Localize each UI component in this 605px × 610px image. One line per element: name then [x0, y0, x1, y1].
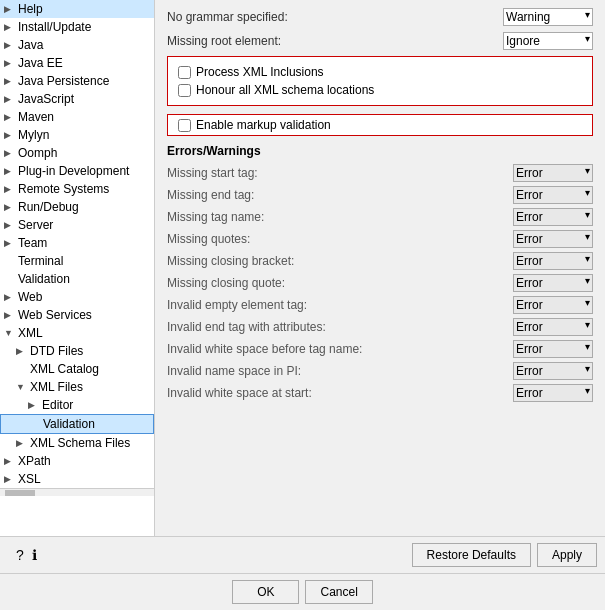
sidebar-item-web-services[interactable]: ▶Web Services	[0, 306, 154, 324]
error-select[interactable]: IgnoreWarningError	[513, 164, 593, 182]
error-select-wrapper[interactable]: IgnoreWarningError	[513, 164, 593, 182]
apply-button[interactable]: Apply	[537, 543, 597, 567]
arrow-icon: ▶	[4, 94, 18, 104]
error-row: Missing closing quote:IgnoreWarningError	[167, 274, 593, 292]
sidebar-item-run-debug[interactable]: ▶Run/Debug	[0, 198, 154, 216]
sidebar-item-remote-systems[interactable]: ▶Remote Systems	[0, 180, 154, 198]
bottom-left-icons: ? ℹ	[8, 541, 45, 569]
sidebar-item-xml-schema-files[interactable]: ▶XML Schema Files	[0, 434, 154, 452]
error-label: Invalid end tag with attributes:	[167, 320, 326, 334]
help-icon-button[interactable]: ?	[16, 547, 24, 563]
sidebar-item-oomph[interactable]: ▶Oomph	[0, 144, 154, 162]
arrow-icon: ▶	[4, 202, 18, 212]
sidebar-item-xml-files[interactable]: ▼XML Files	[0, 378, 154, 396]
error-select[interactable]: IgnoreWarningError	[513, 186, 593, 204]
error-select[interactable]: IgnoreWarningError	[513, 252, 593, 270]
arrow-icon: ▶	[4, 22, 18, 32]
sidebar-item-label: DTD Files	[30, 344, 83, 358]
error-select[interactable]: IgnoreWarningError	[513, 230, 593, 248]
sidebar-item-label: Maven	[18, 110, 54, 124]
sidebar-item-label: Team	[18, 236, 47, 250]
sidebar-item-xml[interactable]: ▼XML	[0, 324, 154, 342]
sidebar-item-mylyn[interactable]: ▶Mylyn	[0, 126, 154, 144]
sidebar-item-xml-catalog[interactable]: XML Catalog	[0, 360, 154, 378]
arrow-icon: ▶	[4, 166, 18, 176]
sidebar-item-label: Validation	[43, 417, 95, 431]
error-select-wrapper[interactable]: IgnoreWarningError	[513, 384, 593, 402]
arrow-icon: ▶	[16, 346, 30, 356]
arrow-icon: ▶	[4, 76, 18, 86]
error-row: Invalid white space at start:IgnoreWarni…	[167, 384, 593, 402]
sidebar: ▶Help▶Install/Update▶Java▶Java EE▶Java P…	[0, 0, 155, 536]
sidebar-item-javascript[interactable]: ▶JavaScript	[0, 90, 154, 108]
arrow-icon: ▶	[4, 184, 18, 194]
sidebar-item-label: Plug-in Development	[18, 164, 129, 178]
error-select-wrapper[interactable]: IgnoreWarningError	[513, 230, 593, 248]
error-select-wrapper[interactable]: IgnoreWarningError	[513, 318, 593, 336]
error-label: Invalid white space before tag name:	[167, 342, 362, 356]
sidebar-item-install-update[interactable]: ▶Install/Update	[0, 18, 154, 36]
arrow-icon: ▶	[4, 238, 18, 248]
main-area: ▶Help▶Install/Update▶Java▶Java EE▶Java P…	[0, 0, 605, 536]
sidebar-item-label: Oomph	[18, 146, 57, 160]
no-grammar-label: No grammar specified:	[167, 10, 288, 24]
info-icon-button[interactable]: ℹ	[32, 547, 37, 563]
sidebar-item-label: XPath	[18, 454, 51, 468]
arrow-icon: ▶	[4, 4, 18, 14]
cancel-button[interactable]: Cancel	[305, 580, 372, 604]
ok-button[interactable]: OK	[232, 580, 299, 604]
sidebar-item-help[interactable]: ▶Help	[0, 0, 154, 18]
sidebar-item-label: Java EE	[18, 56, 63, 70]
missing-root-select-wrapper[interactable]: Ignore Warning Error	[503, 32, 593, 50]
no-grammar-select[interactable]: Ignore Warning Error	[503, 8, 593, 26]
error-select[interactable]: IgnoreWarningError	[513, 340, 593, 358]
sidebar-item-label: Help	[18, 2, 43, 16]
error-select-wrapper[interactable]: IgnoreWarningError	[513, 362, 593, 380]
error-select-wrapper[interactable]: IgnoreWarningError	[513, 274, 593, 292]
error-select[interactable]: IgnoreWarningError	[513, 362, 593, 380]
sidebar-item-java-ee[interactable]: ▶Java EE	[0, 54, 154, 72]
error-select[interactable]: IgnoreWarningError	[513, 296, 593, 314]
error-label: Invalid name space in PI:	[167, 364, 301, 378]
sidebar-item-java[interactable]: ▶Java	[0, 36, 154, 54]
honour-checkbox[interactable]	[178, 84, 191, 97]
process-xml-checkbox[interactable]	[178, 66, 191, 79]
error-select[interactable]: IgnoreWarningError	[513, 274, 593, 292]
enable-markup-checkbox[interactable]	[178, 119, 191, 132]
error-select[interactable]: IgnoreWarningError	[513, 384, 593, 402]
sidebar-item-maven[interactable]: ▶Maven	[0, 108, 154, 126]
sidebar-item-xsl[interactable]: ▶XSL	[0, 470, 154, 488]
error-select-wrapper[interactable]: IgnoreWarningError	[513, 296, 593, 314]
sidebar-item-label: Server	[18, 218, 53, 232]
missing-root-row: Missing root element: Ignore Warning Err…	[167, 32, 593, 50]
error-select-wrapper[interactable]: IgnoreWarningError	[513, 340, 593, 358]
error-row: Invalid empty element tag:IgnoreWarningE…	[167, 296, 593, 314]
sidebar-item-validation-selected[interactable]: Validation	[0, 414, 154, 434]
sidebar-item-validation[interactable]: Validation	[0, 270, 154, 288]
sidebar-item-dtd-files[interactable]: ▶DTD Files	[0, 342, 154, 360]
sidebar-item-xpath[interactable]: ▶XPath	[0, 452, 154, 470]
sidebar-item-editor[interactable]: ▶Editor	[0, 396, 154, 414]
error-select[interactable]: IgnoreWarningError	[513, 318, 593, 336]
sidebar-item-java-persistence[interactable]: ▶Java Persistence	[0, 72, 154, 90]
bottom-bar: ? ℹ Restore Defaults Apply	[0, 536, 605, 573]
error-row: Invalid white space before tag name:Igno…	[167, 340, 593, 358]
sidebar-item-team[interactable]: ▶Team	[0, 234, 154, 252]
no-grammar-row: No grammar specified: Ignore Warning Err…	[167, 8, 593, 26]
error-select-wrapper[interactable]: IgnoreWarningError	[513, 186, 593, 204]
restore-defaults-button[interactable]: Restore Defaults	[412, 543, 531, 567]
no-grammar-select-wrapper[interactable]: Ignore Warning Error	[503, 8, 593, 26]
error-select-wrapper[interactable]: IgnoreWarningError	[513, 252, 593, 270]
sidebar-item-plugin-dev[interactable]: ▶Plug-in Development	[0, 162, 154, 180]
sidebar-item-terminal[interactable]: Terminal	[0, 252, 154, 270]
sidebar-item-server[interactable]: ▶Server	[0, 216, 154, 234]
error-select[interactable]: IgnoreWarningError	[513, 208, 593, 226]
process-xml-row: Process XML Inclusions	[178, 65, 582, 79]
missing-root-select[interactable]: Ignore Warning Error	[503, 32, 593, 50]
sidebar-item-web[interactable]: ▶Web	[0, 288, 154, 306]
arrow-icon: ▶	[4, 456, 18, 466]
xml-options-group: Process XML Inclusions Honour all XML sc…	[167, 56, 593, 106]
error-row: Missing tag name:IgnoreWarningError	[167, 208, 593, 226]
process-xml-label: Process XML Inclusions	[196, 65, 324, 79]
error-select-wrapper[interactable]: IgnoreWarningError	[513, 208, 593, 226]
